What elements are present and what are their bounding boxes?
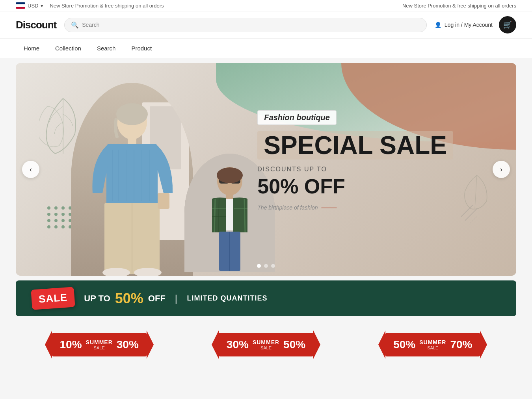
carousel-dot-3[interactable] — [271, 264, 275, 268]
search-icon: 🔍 — [71, 21, 79, 29]
birthplace-text: The birthplace of fashion — [257, 204, 453, 211]
sale-up-to-text: UP TO — [84, 293, 110, 304]
summer-card-1-label: SUMMER — [86, 339, 113, 345]
birthplace-line-decoration — [321, 207, 337, 208]
carousel-dot-2[interactable] — [264, 264, 268, 268]
discount-section: DISCOUNTS UP TO 50% OFF — [257, 166, 453, 198]
sale-off-text: OFF — [148, 293, 166, 304]
diagonal-lines-icon — [461, 205, 477, 228]
summer-card-1-left-pct: 10% — [60, 338, 82, 351]
summer-card-1-sub: SALE — [94, 345, 105, 350]
svg-rect-16 — [158, 193, 169, 209]
summer-card-2-left-pct: 30% — [227, 338, 249, 351]
summer-sale-card-3[interactable]: 50% SUMMER SALE 70% — [350, 324, 516, 365]
fashion-boutique-badge: Fashion boutique — [257, 110, 337, 125]
svg-line-35 — [469, 217, 477, 225]
carousel-next-button[interactable]: › — [493, 161, 510, 178]
hero-carousel: Fashion boutique SPECIAL SALE DISCOUNTS … — [16, 63, 516, 276]
main-nav: Home Collection Search Product — [0, 39, 532, 58]
percent-off-text: 50% OFF — [257, 174, 453, 198]
currency-label: USD — [28, 3, 38, 9]
svg-line-25 — [214, 199, 215, 232]
special-sale-title: SPECIAL SALE — [257, 131, 453, 160]
summer-card-3-label: SUMMER — [419, 339, 446, 345]
svg-point-3 — [116, 103, 148, 125]
summer-card-2-label: SUMMER — [253, 339, 279, 345]
summer-card-2-sub: SALE — [260, 345, 272, 350]
top-banner: USD ▾ New Store Promotion & free shippin… — [0, 0, 532, 11]
summer-card-2-right-pct: 50% — [283, 338, 305, 351]
svg-line-27 — [244, 199, 245, 232]
birthplace-label: The birthplace of fashion — [257, 204, 318, 211]
sale-banner-text: UP TO 50% OFF | LIMITED QUANTITIES — [84, 290, 267, 307]
account-icon: 👤 — [435, 22, 441, 28]
summer-card-3-right-pct: 70% — [450, 338, 472, 351]
summer-sales-section: 10% SUMMER SALE 30% 30% SUMMER SALE 50% — [16, 324, 516, 365]
svg-point-22 — [217, 167, 243, 183]
fashion-boutique-text: Fashion boutique — [264, 113, 330, 122]
limited-quantities-text: LIMITED QUANTITIES — [187, 294, 268, 302]
header-right: 👤 Log in / My Account 🛒 — [435, 16, 516, 33]
summer-sale-card-2[interactable]: 30% SUMMER SALE 50% — [182, 324, 349, 365]
cart-button[interactable]: 🛒 — [499, 16, 516, 33]
carousel-dot-1[interactable] — [257, 264, 261, 268]
search-input[interactable] — [82, 22, 420, 28]
sale-badge: SALE — [31, 287, 75, 310]
account-button[interactable]: 👤 Log in / My Account — [435, 22, 493, 28]
currency-selector[interactable]: USD ▾ — [16, 2, 43, 9]
summer-card-1-right-pct: 30% — [117, 338, 139, 351]
decorative-dots — [47, 206, 73, 228]
summer-card-3-left-pct: 50% — [393, 338, 415, 351]
chevron-down-icon: ▾ — [41, 3, 43, 9]
nav-item-product[interactable]: Product — [123, 39, 160, 58]
summer-card-3-sub: SALE — [427, 345, 438, 350]
model-1-image — [71, 83, 193, 276]
summer-sale-card-1[interactable]: 10% SUMMER SALE 30% — [16, 324, 182, 365]
search-bar[interactable]: 🔍 — [64, 18, 427, 32]
cart-icon: 🛒 — [503, 20, 512, 29]
nav-item-collection[interactable]: Collection — [47, 39, 89, 58]
account-label: Log in / My Account — [445, 22, 493, 28]
us-flag-icon — [16, 2, 25, 9]
nav-item-home[interactable]: Home — [16, 39, 47, 58]
header: Discount 🔍 👤 Log in / My Account 🛒 — [0, 11, 532, 39]
carousel-dots — [257, 264, 275, 268]
discounts-up-to-text: DISCOUNTS UP TO — [257, 166, 453, 173]
sale-banner: SALE UP TO 50% OFF | LIMITED QUANTITIES — [16, 280, 516, 316]
promo-text-left: New Store Promotion & free shipping on a… — [50, 3, 164, 9]
hero-text-content: Fashion boutique SPECIAL SALE DISCOUNTS … — [257, 110, 453, 211]
carousel-prev-button[interactable]: ‹ — [22, 161, 39, 178]
top-banner-left: USD ▾ New Store Promotion & free shippin… — [16, 2, 164, 9]
nav-item-search[interactable]: Search — [89, 39, 124, 58]
promo-text-right: New Store Promotion & free shipping on a… — [402, 3, 516, 9]
sale-percent-text: 50% — [115, 290, 143, 307]
sale-divider: | — [175, 293, 178, 304]
site-logo[interactable]: Discount — [16, 19, 56, 31]
